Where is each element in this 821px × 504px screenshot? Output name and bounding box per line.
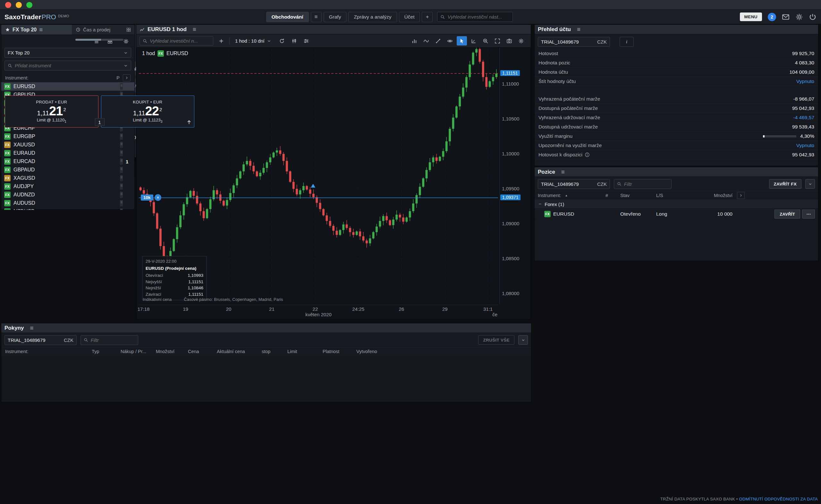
col-quantity[interactable]: Množství — [684, 193, 733, 198]
close-position-icon[interactable] — [154, 194, 161, 201]
close-fx-button[interactable]: ZAVŘÍT FX — [769, 179, 801, 189]
close-position-button[interactable]: ZAVŘÍT — [775, 210, 800, 219]
col-long-short[interactable]: L/S — [656, 193, 684, 198]
col-count[interactable]: # — [605, 193, 620, 198]
trading-menu-button[interactable]: ≡ — [311, 12, 322, 22]
cancel-all-button[interactable]: ZRUŠIT VŠE — [478, 335, 514, 345]
global-search-input[interactable] — [448, 14, 510, 20]
col-status[interactable]: Stav — [620, 193, 656, 198]
positions-account-selector[interactable]: TRIAL_10489679 CZK — [538, 179, 610, 189]
watchlist-row-xauusd[interactable]: FXXAUUSD — [1, 141, 134, 149]
orders-account-selector[interactable]: TRIAL_10489679 CZK — [4, 335, 77, 345]
tab-charts[interactable]: Grafy — [324, 12, 347, 22]
wave-icon[interactable] — [421, 36, 431, 45]
minimize-window-button[interactable] — [16, 2, 22, 8]
account-info-button[interactable]: i — [620, 37, 634, 47]
zoom-in-icon[interactable] — [480, 36, 491, 45]
sliders-icon[interactable] — [301, 36, 311, 45]
watchlist-tab-time-sales[interactable]: Čas a prodej — [72, 25, 126, 35]
watchlist-row-eurusd[interactable]: FXEURUSD — [1, 82, 134, 91]
menu-button[interactable]: MENU — [740, 12, 762, 21]
settings-gear-icon[interactable] — [795, 13, 803, 21]
add-instrument-search[interactable] — [4, 61, 131, 70]
position-size-pill[interactable]: 10k — [141, 194, 153, 201]
expand-columns-button[interactable] — [123, 74, 130, 81]
chart-search[interactable] — [139, 36, 213, 45]
watchlist-row-euraud[interactable]: FXEURAUD — [1, 149, 134, 157]
price-axis[interactable]: 1,110001,105001,100001,095001,090001,085… — [499, 48, 529, 304]
camera-icon[interactable] — [504, 36, 514, 45]
col-instrument[interactable]: Instrument: — [538, 193, 561, 198]
watchlist-settings-icon[interactable] — [121, 37, 130, 45]
collapse-icon[interactable]: − — [538, 201, 541, 207]
refresh-icon[interactable] — [277, 36, 287, 45]
indicator-icon[interactable] — [409, 36, 419, 45]
cancel-all-dropdown[interactable] — [518, 335, 528, 345]
close-window-button[interactable] — [5, 2, 11, 8]
watchlist-row-eurcad[interactable]: FXEURCAD1 — [1, 157, 134, 166]
grid-view-icon[interactable] — [105, 37, 114, 45]
watchlist-dropdown[interactable]: FX Top 20 — [4, 48, 131, 58]
watchlist-menu-icon[interactable]: ≡ — [39, 27, 43, 33]
col-limit[interactable]: Limit — [287, 349, 323, 354]
watchlist-row-audusd[interactable]: FXAUDUSD — [1, 199, 134, 207]
tab-account[interactable]: Účet — [399, 12, 420, 22]
tab-news-analysis[interactable]: Zprávy a analýzy — [348, 12, 397, 22]
chart-menu-icon[interactable]: ≡ — [193, 26, 196, 32]
watchlist-row-nzdusd[interactable]: FXNZDUSD — [1, 207, 134, 210]
trendline-icon[interactable] — [433, 36, 443, 45]
col-created[interactable]: Vytvořeno — [356, 349, 398, 354]
sell-button[interactable]: PRODAT • EUR 1,11 21 2 Limit @ 1,11201 — [5, 95, 98, 128]
close-fx-dropdown[interactable] — [805, 179, 815, 189]
global-search[interactable] — [437, 12, 513, 22]
position-row[interactable]: FX EURUSD Otevřeno Long 10 000 ZAVŘÍT — [535, 209, 818, 220]
list-view-icon[interactable] — [92, 37, 101, 45]
add-module-button[interactable]: + — [422, 12, 433, 22]
fullscreen-icon[interactable] — [492, 36, 502, 45]
tab-trading[interactable]: Obchodování — [266, 12, 309, 22]
watchlist-tab-fx-top-20[interactable]: FX Top 20 ≡ — [1, 25, 72, 35]
col-current-price[interactable]: Aktuální cena — [217, 349, 262, 354]
col-stop[interactable]: stop — [262, 349, 287, 354]
position-more-button[interactable] — [802, 210, 815, 219]
col-quantity[interactable]: Množství — [156, 349, 188, 354]
watchlist-row-audjpy[interactable]: FXAUDJPY — [1, 182, 134, 191]
mail-icon[interactable] — [782, 13, 790, 21]
watchlist-row-eurgbp[interactable]: FXEURGBP — [1, 132, 134, 141]
col-validity[interactable]: Platnost — [323, 349, 356, 354]
positions-menu-icon[interactable]: ≡ — [561, 169, 565, 175]
watchlist-row-audnzd[interactable]: FXAUDNZD — [1, 191, 134, 199]
time-axis[interactable]: 17:181920212224:25262931:1 — [139, 305, 498, 312]
draw-icon[interactable] — [469, 36, 479, 45]
positions-filter[interactable] — [614, 179, 672, 189]
col-type[interactable]: Typ — [92, 349, 120, 354]
disclaimer-link[interactable]: ODMÍTNUTÍ ODPOVĚDNOSTI ZA DATA — [739, 497, 818, 501]
info-icon[interactable] — [585, 152, 590, 157]
watchlist-row-gbpaud[interactable]: FXGBPAUD — [1, 166, 134, 174]
eye-icon[interactable] — [445, 36, 455, 45]
watchlist-layout-icon[interactable] — [126, 25, 134, 35]
col-price[interactable]: Cena — [188, 349, 217, 354]
interval-selector[interactable]: 1 hod : 10 dní — [233, 38, 274, 44]
cursor-icon[interactable] — [457, 36, 467, 45]
col-instrument[interactable]: Instrument: — [5, 349, 92, 354]
maximize-window-button[interactable] — [26, 2, 32, 8]
account-selector[interactable]: TRIAL_10489679 CZK — [538, 37, 610, 47]
orders-menu-icon[interactable]: ≡ — [30, 325, 33, 331]
add-instrument-input[interactable] — [15, 63, 121, 68]
chart-plot-area[interactable]: 1 hod FX EURUSD 10k 29-V-2020 22:00 EURU… — [139, 48, 498, 304]
chart-type-icon[interactable] — [289, 36, 299, 45]
buy-button[interactable]: KOUPIT • EUR 1,11 22 2 Limit @ 1,11233 — [101, 95, 195, 128]
power-icon[interactable] — [809, 13, 817, 21]
positions-filter-input[interactable] — [624, 181, 668, 187]
add-chart-button[interactable] — [216, 36, 227, 45]
account-menu-icon[interactable]: ≡ — [577, 26, 580, 32]
gear-icon[interactable] — [516, 36, 526, 45]
orders-filter-input[interactable] — [91, 337, 135, 343]
col-buy-sell[interactable]: Nákup / Pr... — [120, 349, 156, 354]
more-columns-button[interactable] — [737, 192, 745, 199]
positions-group-row[interactable]: − Forex (1) — [535, 200, 818, 209]
chart-search-input[interactable] — [150, 38, 210, 44]
watchlist-row-xagusd[interactable]: FXXAGUSD — [1, 174, 134, 182]
orders-filter[interactable] — [80, 335, 138, 345]
